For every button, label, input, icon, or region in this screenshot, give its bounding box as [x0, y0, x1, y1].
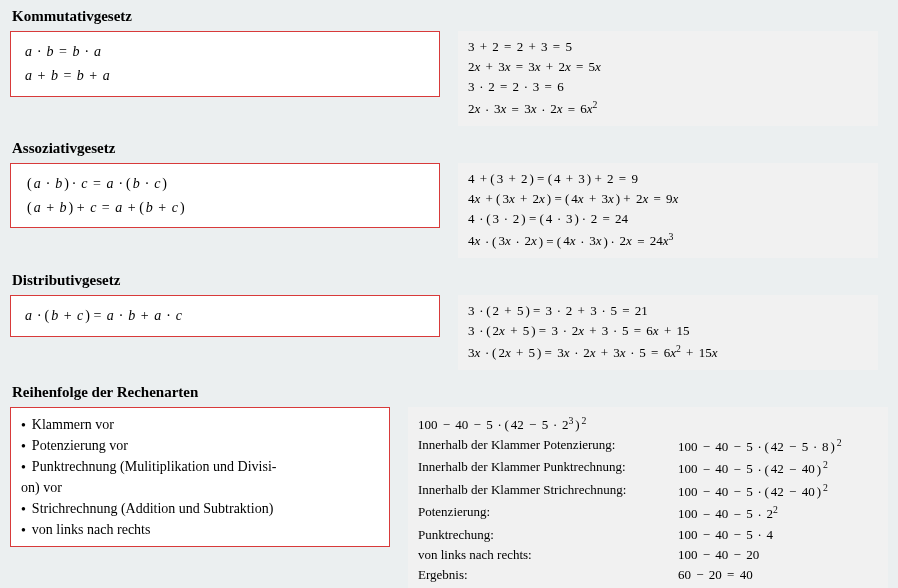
example-line: 3 · (2x + 5) = 3 · 2x + 3 · 5 = 6x + 15 [468, 321, 868, 341]
step-label: Innerhalb der Klammer Strichrechnung: [418, 480, 668, 502]
step-expression: 100 − 40 − 5 · 22 [678, 502, 878, 524]
law-box-assoziativ: (a · b) · c = a · (b · c) (a + b) + c = … [10, 163, 440, 229]
example-box-distributiv: 3 · (2 + 5) = 3 · 2 + 3 · 5 = 21 3 · (2x… [458, 295, 878, 370]
law-line: (a · b) · c = a · (b · c) [25, 172, 425, 196]
step-expression: 100 − 40 − 5 · (42 − 40)2 [678, 480, 878, 502]
section-assoziativ: Assoziativgesetz (a · b) · c = a · (b · … [10, 140, 888, 258]
section-kommutativ: Kommutativgesetz a · b = b · a a + b = b… [10, 8, 888, 126]
example-line: 4 · (3 · 2) = (4 · 3) · 2 = 24 [468, 209, 868, 229]
section-reihenfolge: Reihenfolge der Rechenarten Klammern vor… [10, 384, 888, 588]
example-box-kommutativ: 3 + 2 = 2 + 3 = 5 2x + 3x = 3x + 2x = 5x… [458, 31, 878, 126]
example-line: 3x · (2x + 5) = 3x · 2x + 3x · 5 = 6x2 +… [468, 341, 868, 363]
heading-reihenfolge: Reihenfolge der Rechenarten [10, 384, 888, 401]
step-expression: 100 − 40 − 20 [678, 545, 878, 565]
example-line: 3 · 2 = 2 · 3 = 6 [468, 77, 868, 97]
rule-item: Potenzierung vor [21, 435, 379, 456]
rule-item: Klammern vor [21, 414, 379, 435]
heading-distributiv: Distributivgesetz [10, 272, 888, 289]
example-box-assoziativ: 4 + (3 + 2) = (4 + 3) + 2 = 9 4x + (3x +… [458, 163, 878, 258]
step-label: Ergebnis: [418, 565, 668, 585]
step-expression: 60 − 20 = 40 [678, 565, 878, 585]
rule-item: Punktrechnung (Mulitiplikation und Divis… [21, 456, 379, 477]
step-label: Innerhalb der Klammer Potenzierung: [418, 435, 668, 457]
step-label: Innerhalb der Klammer Punktrechnung: [418, 457, 668, 479]
step-expression: 100 − 40 − 5 · 4 [678, 525, 878, 545]
example-line: 2x + 3x = 3x + 2x = 5x [468, 57, 868, 77]
step-expression: 100 − 40 − 5 · (42 − 5 · 23)2 [418, 413, 878, 435]
law-box-kommutativ: a · b = b · a a + b = b + a [10, 31, 440, 97]
rule-item: Strichrechnung (Addition und Subtraktion… [21, 498, 379, 519]
heading-kommutativ: Kommutativgesetz [10, 8, 888, 25]
step-expression: 100 − 40 − 5 · (42 − 40)2 [678, 457, 878, 479]
step-label: Potenzierung: [418, 502, 668, 524]
example-box-reihenfolge: 100 − 40 − 5 · (42 − 5 · 23)2 Innerhalb … [408, 407, 888, 588]
step-label: von links nach rechts: [418, 545, 668, 565]
example-line: 4 + (3 + 2) = (4 + 3) + 2 = 9 [468, 169, 868, 189]
example-line: 3 + 2 = 2 + 3 = 5 [468, 37, 868, 57]
step-expression: 100 − 40 − 5 · (42 − 5 · 8)2 [678, 435, 878, 457]
example-line: 4x + (3x + 2x) = (4x + 3x) + 2x = 9x [468, 189, 868, 209]
section-distributiv: Distributivgesetz a · (b + c) = a · b + … [10, 272, 888, 370]
rule-item-cont: on) vor [21, 477, 379, 498]
law-line: a + b = b + a [25, 64, 425, 88]
law-line: a · (b + c) = a · b + a · c [25, 304, 425, 328]
rules-box-reihenfolge: Klammern vor Potenzierung vor Punktrechn… [10, 407, 390, 547]
law-line: a · b = b · a [25, 40, 425, 64]
example-line: 3 · (2 + 5) = 3 · 2 + 3 · 5 = 21 [468, 301, 868, 321]
law-line: (a + b) + c = a + (b + c) [25, 196, 425, 220]
step-label: Punktrechung: [418, 525, 668, 545]
example-line: 4x · (3x · 2x) = (4x · 3x) · 2x = 24x3 [468, 229, 868, 251]
example-line: 2x · 3x = 3x · 2x = 6x2 [468, 97, 868, 119]
rule-item: von links nach rechts [21, 519, 379, 540]
heading-assoziativ: Assoziativgesetz [10, 140, 888, 157]
law-box-distributiv: a · (b + c) = a · b + a · c [10, 295, 440, 337]
